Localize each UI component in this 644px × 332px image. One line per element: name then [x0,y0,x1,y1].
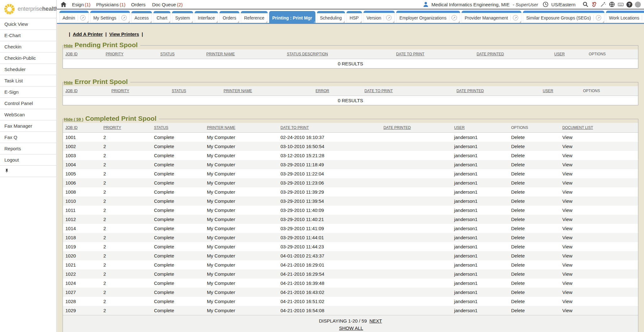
view-printers-link[interactable]: View Printers [109,31,139,37]
delete-link[interactable]: Delete [511,135,525,140]
column-header-label[interactable]: JOB ID [65,89,78,93]
tab[interactable]: Chart ↗ [153,11,170,23]
tab[interactable]: Orders ↗ [219,11,239,23]
delete-link[interactable]: Delete [511,226,525,231]
view-link[interactable]: View [562,244,572,249]
delete-link[interactable]: Delete [511,171,525,176]
delete-link[interactable]: Delete [511,217,525,222]
tab[interactable]: System ↗ [172,11,193,23]
tab[interactable]: Scheduling ↗ [317,11,345,23]
sidebar-item[interactable]: E-Chart [0,30,56,41]
sidebar-item[interactable]: Reports [0,143,56,154]
view-link[interactable]: View [562,135,572,140]
view-link[interactable]: View [562,162,572,167]
sidebar-item[interactable]: Quick View [0,19,56,30]
column-header-label[interactable]: PRINTER NAME [206,52,235,56]
tab[interactable]: Access ↗ [131,11,152,23]
sidebar-item[interactable]: Fax Manager [0,120,56,132]
view-link[interactable]: View [562,253,572,258]
top-nav-item[interactable]: Orders [131,2,147,7]
next-page-link[interactable]: NEXT [369,318,382,324]
delete-link[interactable]: Delete [511,144,525,149]
hide-error-link[interactable]: Hide [64,80,73,85]
column-header-label[interactable]: ERROR [316,89,329,93]
column-header-label[interactable]: PRINTER NAME [224,89,252,93]
delete-link[interactable]: Delete [511,153,525,158]
column-header-label[interactable]: DATE TO PRINT [364,89,393,93]
tab[interactable]: Reference ↗ [241,11,268,23]
external-link-icon[interactable]: ↗ [593,15,601,20]
sidebar-item[interactable]: Checkin [0,41,56,53]
tab[interactable]: Provider Management ↗ [462,11,522,23]
tab[interactable]: Version ↗ [364,11,395,23]
hide-pending-link[interactable]: Hide [64,43,73,48]
search-icon[interactable] [582,1,589,8]
column-header-label[interactable]: DATE PRINTED [383,125,411,130]
pushpin-icon[interactable] [4,166,9,177]
column-header-label[interactable]: USER [554,52,565,56]
tab[interactable]: My Settings ↗ [90,11,130,23]
view-link[interactable]: View [562,308,572,313]
column-header-label[interactable]: DATE TO PRINT [280,125,309,130]
delete-link[interactable]: Delete [511,308,525,313]
tab[interactable]: Work Locations ↗ [606,11,644,23]
delete-link[interactable]: Delete [511,253,525,258]
delete-link[interactable]: Delete [511,235,525,240]
timezone-label[interactable]: US/Eastern [551,2,575,7]
column-header-label[interactable]: DATE PRINTED [457,89,484,93]
view-link[interactable]: View [562,280,572,286]
delete-link[interactable]: Delete [511,189,525,195]
tab[interactable]: Interface ↗ [195,11,218,23]
column-header-label[interactable]: OPTIONS [511,125,528,130]
view-link[interactable]: View [562,262,572,268]
delete-link[interactable]: Delete [511,162,525,167]
view-link[interactable]: View [562,208,572,213]
column-header-label[interactable]: OPTIONS [583,89,600,93]
view-link[interactable]: View [562,153,572,158]
view-link[interactable]: View [562,271,572,277]
column-header-label[interactable]: STATUS [154,125,169,130]
sidebar-item[interactable]: Task List [0,75,56,86]
show-all-link[interactable]: SHOW ALL [339,325,363,331]
column-header-label[interactable]: PRIORITY [103,125,121,130]
column-header-label[interactable]: DATE PRINTED [477,52,504,56]
delete-link[interactable]: Delete [511,208,525,213]
top-nav-item[interactable]: Physicians(1) [96,2,125,7]
tab[interactable]: Employer Organizations ↗ [396,11,460,23]
view-link[interactable]: View [562,299,572,304]
broken-link-icon[interactable] [591,1,597,8]
external-link-icon[interactable]: ↗ [119,15,127,20]
delete-link[interactable]: Delete [511,180,525,185]
column-header-label[interactable]: PRINTER NAME [207,125,236,130]
external-link-icon[interactable]: ↗ [510,15,518,20]
delete-link[interactable]: Delete [511,244,525,249]
delete-link[interactable]: Delete [511,299,525,304]
delete-link[interactable]: Delete [511,262,525,268]
column-header-label[interactable]: OPTIONS [589,52,606,56]
column-header-label[interactable]: STATUS [160,52,175,56]
tab[interactable]: Admin ↗ [59,11,89,23]
view-link[interactable]: View [562,180,572,185]
tab[interactable]: Printing : Print Mgr ↗ [269,11,315,23]
column-header-label[interactable]: PRIORITY [111,89,129,93]
view-link[interactable]: View [562,144,572,149]
add-a-printer-link[interactable]: Add A Printer [73,31,103,37]
column-header-label[interactable]: DOCUMENT LIST [562,125,593,130]
column-header-label[interactable]: JOB ID [65,52,78,56]
external-link-icon[interactable]: ↗ [642,15,644,20]
sidebar-item[interactable]: Logout [0,154,56,166]
delete-link[interactable]: Delete [511,280,525,286]
column-header-label[interactable]: DATE TO PRINT [396,52,425,56]
column-header-label[interactable]: USER [454,125,464,130]
sidebar-item[interactable]: Fax Q [0,132,56,143]
external-link-icon[interactable]: ↗ [449,15,457,20]
external-link-icon[interactable]: ↗ [384,15,391,20]
column-header-label[interactable]: STATUS DESCRIPTION [287,52,328,56]
sidebar-item[interactable]: Checkin-Public [0,53,56,64]
sidebar-item[interactable]: WebScan [0,109,56,120]
view-link[interactable]: View [562,171,572,176]
keyboard-icon[interactable] [618,1,624,8]
tab[interactable]: HSP ↗ [347,11,362,23]
view-link[interactable]: View [562,189,572,195]
view-link[interactable]: View [562,226,572,231]
